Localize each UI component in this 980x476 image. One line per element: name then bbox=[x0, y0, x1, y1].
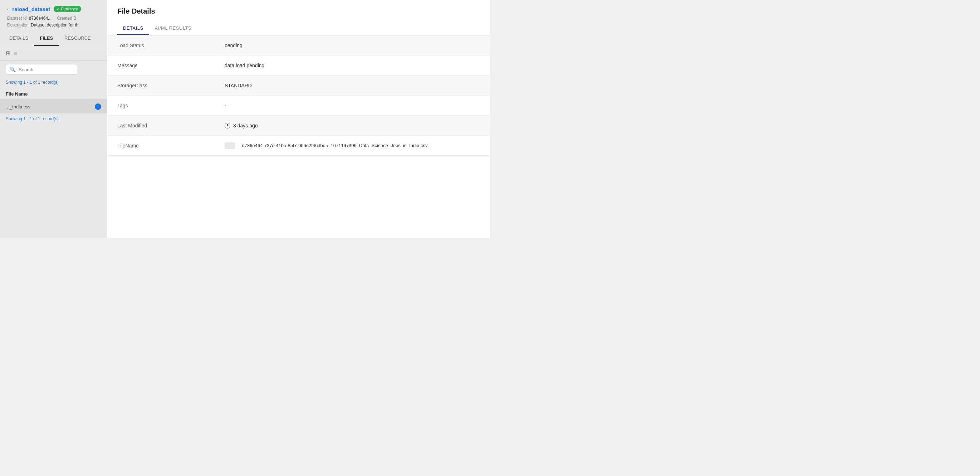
file-name-text: ..._India.csv bbox=[6, 104, 30, 110]
message-label: Message bbox=[117, 62, 224, 69]
description-label: Description bbox=[7, 22, 29, 27]
detail-row-load-status: Load Status pending bbox=[107, 35, 490, 56]
tab-aiml-results[interactable]: AI/ML RESULTS bbox=[149, 22, 197, 35]
search-container: 🔍 bbox=[0, 61, 107, 78]
meta-id-label: Dataset Id bbox=[7, 16, 27, 21]
load-status-label: Load Status bbox=[117, 43, 224, 48]
details-content: Load Status pending Message data load pe… bbox=[107, 35, 490, 238]
load-status-value: pending bbox=[224, 43, 242, 48]
left-panel: ‹ reload_dataset Published Dataset Id d7… bbox=[0, 0, 107, 238]
description-row: Description Dataset description for th bbox=[7, 22, 100, 27]
clock-icon bbox=[224, 123, 230, 128]
description-value: Dataset description for th bbox=[31, 22, 78, 27]
list-view-icon[interactable]: ≡ bbox=[14, 50, 17, 56]
search-icon: 🔍 bbox=[10, 67, 16, 72]
storage-class-value: STANDARD bbox=[224, 83, 252, 88]
filename-prefix bbox=[224, 142, 235, 149]
bottom-records-count[interactable]: Showing 1 - 1 of 1 record(s) bbox=[0, 113, 107, 124]
dataset-name-row: ‹ reload_dataset Published bbox=[7, 6, 100, 12]
detail-row-tags: Tags - bbox=[107, 96, 490, 116]
filename-value: _d736e464-737c-41b5-85f7-0b6e2f46dbd5_16… bbox=[224, 142, 428, 149]
tags-label: Tags bbox=[117, 103, 224, 109]
meta-divider: | bbox=[54, 16, 55, 21]
detail-row-last-modified: Last Modified 3 days ago bbox=[107, 116, 490, 136]
published-badge: Published bbox=[54, 6, 81, 12]
search-box: 🔍 bbox=[6, 64, 77, 75]
detail-row-storage-class: StorageClass STANDARD bbox=[107, 75, 490, 96]
left-tab-details[interactable]: DETAILS bbox=[3, 31, 34, 46]
right-panel: File Details DETAILS AI/ML RESULTS Load … bbox=[107, 0, 490, 238]
tab-details[interactable]: DETAILS bbox=[117, 22, 149, 35]
meta-created-label: Created B bbox=[57, 16, 76, 21]
detail-row-filename: FileName _d736e464-737c-41b5-85f7-0b6e2f… bbox=[107, 136, 490, 156]
left-tab-files[interactable]: FILES bbox=[34, 31, 59, 46]
back-arrow[interactable]: ‹ bbox=[7, 6, 9, 12]
file-list-item[interactable]: ..._India.csv i bbox=[0, 99, 107, 113]
left-header: ‹ reload_dataset Published Dataset Id d7… bbox=[0, 0, 107, 31]
message-value: data load pending bbox=[224, 62, 264, 69]
last-modified-label: Last Modified bbox=[117, 123, 224, 128]
left-tabs: DETAILS FILES RESOURCE bbox=[0, 31, 107, 46]
meta-id-row: Dataset Id d736e464... | Created B bbox=[7, 16, 100, 21]
dataset-name-link[interactable]: reload_dataset bbox=[12, 6, 50, 12]
top-records-count[interactable]: Showing 1 - 1 of 1 record(s) bbox=[0, 78, 107, 88]
left-tab-resource[interactable]: RESOURCE bbox=[59, 31, 97, 46]
right-tabs: DETAILS AI/ML RESULTS bbox=[117, 22, 480, 35]
file-list-header: File Name bbox=[0, 88, 107, 99]
file-info-icon[interactable]: i bbox=[95, 104, 101, 110]
tags-value: - bbox=[224, 103, 226, 109]
detail-row-message: Message data load pending bbox=[107, 56, 490, 75]
filename-text: _d736e464-737c-41b5-85f7-0b6e2f46dbd5_16… bbox=[239, 143, 427, 148]
filename-label: FileName bbox=[117, 143, 224, 149]
storage-class-label: StorageClass bbox=[117, 83, 224, 88]
last-modified-value: 3 days ago bbox=[224, 123, 258, 128]
right-header: File Details DETAILS AI/ML RESULTS bbox=[107, 0, 490, 35]
left-toolbar: ⊞ ≡ bbox=[0, 46, 107, 61]
meta-id-value: d736e464... bbox=[29, 16, 51, 21]
page-title: File Details bbox=[117, 7, 480, 15]
search-input[interactable] bbox=[19, 67, 73, 72]
grid-view-icon[interactable]: ⊞ bbox=[6, 50, 10, 56]
